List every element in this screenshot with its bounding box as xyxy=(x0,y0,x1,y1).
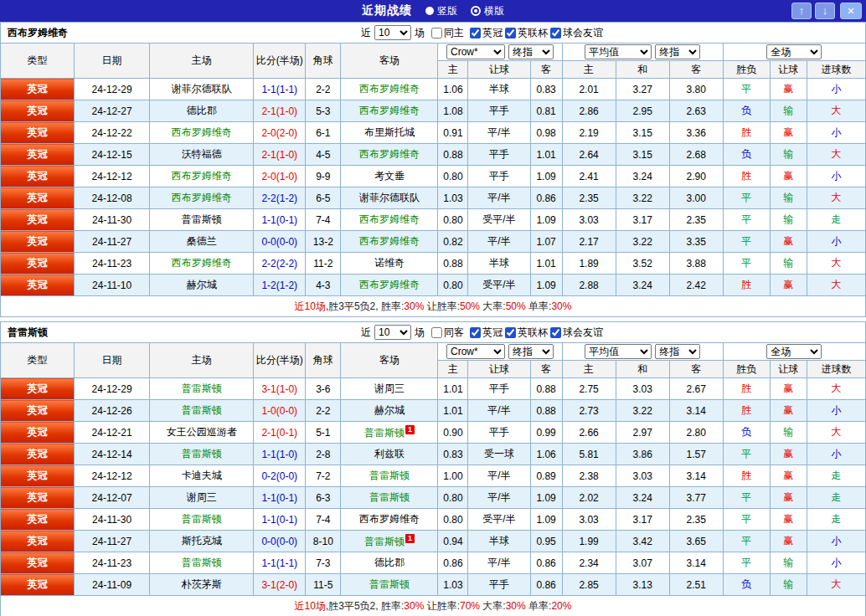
close-button[interactable]: × xyxy=(840,3,862,19)
league-badge: 英冠 xyxy=(1,509,75,531)
euro-stage-select[interactable]: 终指 xyxy=(655,344,700,359)
league-checkbox[interactable] xyxy=(550,327,561,338)
euro-away-odds: 2.51 xyxy=(669,574,723,596)
match-row: 英冠24-11-30普雷斯顿1-1(0-1)7-4西布罗姆维奇0.80受平/半1… xyxy=(1,209,866,231)
away-team: 普雷斯顿 xyxy=(341,487,438,509)
euro-home-odds: 3.03 xyxy=(562,209,616,231)
result-wdl: 负 xyxy=(723,422,770,444)
match-score: 2-1(1-0) xyxy=(254,100,306,122)
col-header-score: 比分(半场) xyxy=(254,343,306,378)
asian-handicap: 平/半 xyxy=(468,122,530,144)
league-filter[interactable]: 球会友谊 xyxy=(550,326,603,340)
corner-score: 7-2 xyxy=(306,465,341,487)
euro-home-odds: 1.89 xyxy=(562,253,616,275)
match-date: 24-11-23 xyxy=(75,253,150,275)
league-checkbox[interactable] xyxy=(550,28,561,38)
league-filter[interactable]: 英联杯 xyxy=(505,26,548,40)
asian-handicap: 平/半 xyxy=(468,187,530,209)
asian-away-odds: 1.09 xyxy=(530,209,562,231)
euro-away-odds: 3.77 xyxy=(669,487,723,509)
match-row: 英冠24-12-29谢菲尔德联队1-1(1-1)2-2西布罗姆维奇1.06半球0… xyxy=(1,79,866,100)
match-date: 24-12-29 xyxy=(75,79,150,100)
corner-score: 4-3 xyxy=(306,275,341,296)
asian-away-odds: 0.86 xyxy=(530,187,562,209)
league-filter[interactable]: 英联杯 xyxy=(505,326,548,340)
asian-home-odds: 1.01 xyxy=(438,400,468,422)
team-link: 西布罗姆维奇 xyxy=(172,192,232,203)
league-badge: 英冠 xyxy=(1,400,75,422)
match-date: 24-11-30 xyxy=(75,209,150,231)
team-link: 德比郡 xyxy=(187,105,217,116)
corner-score: 6-1 xyxy=(306,122,341,144)
asian-handicap: 平/半 xyxy=(468,552,530,574)
team-link: 考文垂 xyxy=(374,170,405,182)
layout-radio[interactable]: 横版 xyxy=(471,4,504,18)
match-count-select[interactable]: 10 xyxy=(374,25,411,40)
corner-score: 5-3 xyxy=(306,100,341,122)
match-date: 24-12-12 xyxy=(75,166,150,187)
league-badge: 英冠 xyxy=(1,552,75,574)
home-team: 卡迪夫城 xyxy=(150,465,254,487)
result-wdl: 胜 xyxy=(723,166,770,187)
home-team: 西布罗姆维奇 xyxy=(150,253,254,275)
bookmaker-select[interactable]: Crow* xyxy=(446,44,505,59)
home-team: 普雷斯顿 xyxy=(150,378,254,400)
corner-score: 5-1 xyxy=(306,422,341,444)
bookmaker-select[interactable]: Crow* xyxy=(446,344,505,359)
result-wdl: 平 xyxy=(723,231,770,253)
match-row: 英冠24-11-27斯托克城0-0(0-0)8-10普雷斯顿10.94半球0.9… xyxy=(1,531,866,552)
asian-home-odds: 0.88 xyxy=(438,253,468,275)
euro-draw-odds: 3.52 xyxy=(616,253,669,275)
match-row: 英冠24-12-14普雷斯顿1-1(1-0)2-8利兹联0.83受一球1.065… xyxy=(1,444,866,465)
scroll-down-button[interactable]: ↓ xyxy=(815,3,835,19)
euro-home-odds: 2.34 xyxy=(562,552,616,574)
match-date: 24-12-29 xyxy=(75,378,150,400)
euro-draw-odds: 3.22 xyxy=(616,187,669,209)
odds-stage-select[interactable]: 终指 xyxy=(508,344,554,359)
match-row: 英冠24-11-10赫尔城1-2(1-2)4-3西布罗姆维奇0.80受平/半1.… xyxy=(1,275,866,296)
scroll-up-button[interactable]: ↑ xyxy=(791,3,812,19)
league-filter[interactable]: 英冠 xyxy=(470,26,503,40)
match-row: 英冠24-12-12西布罗姆维奇2-0(1-0)9-9考文垂0.80平手1.09… xyxy=(1,166,866,187)
league-checkbox[interactable] xyxy=(505,28,516,38)
corner-score: 11-5 xyxy=(306,574,341,596)
away-team: 赫尔城 xyxy=(341,400,438,422)
same-venue-checkbox[interactable] xyxy=(431,28,442,38)
euro-home-odds: 2.73 xyxy=(562,400,616,422)
team-link: 普雷斯顿 xyxy=(182,404,222,416)
home-team: 普雷斯顿 xyxy=(150,444,254,465)
same-venue-filter[interactable]: 同客 xyxy=(431,326,464,340)
result-handicap: 输 xyxy=(770,187,807,209)
euro-home-odds: 2.01 xyxy=(562,79,616,100)
layout-radio[interactable]: 竖版 xyxy=(425,4,457,18)
same-venue-checkbox[interactable] xyxy=(431,327,442,338)
euro-draw-odds: 2.95 xyxy=(616,100,669,122)
result-handicap: 赢 xyxy=(770,378,807,400)
euro-odds-group: 平均值终指 xyxy=(562,44,723,61)
euro-avg-select[interactable]: 平均值 xyxy=(585,344,652,359)
league-checkbox[interactable] xyxy=(505,327,516,338)
match-row: 英冠24-11-30普雷斯顿1-1(0-1)7-4西布罗姆维奇0.80受平/半1… xyxy=(1,509,866,531)
scope-select[interactable]: 全场 xyxy=(766,344,822,359)
euro-avg-select[interactable]: 平均值 xyxy=(585,44,652,59)
col-header-euro-draw: 和 xyxy=(616,361,669,378)
corner-score: 6-5 xyxy=(306,187,341,209)
euro-home-odds: 2.35 xyxy=(562,187,616,209)
same-venue-filter[interactable]: 同主 xyxy=(431,26,464,40)
league-checkbox[interactable] xyxy=(470,327,481,338)
asian-odds-group: Crow*终指 xyxy=(438,343,562,361)
asian-away-odds: 1.01 xyxy=(530,144,562,166)
euro-stage-select[interactable]: 终指 xyxy=(655,44,700,59)
league-filter[interactable]: 球会友谊 xyxy=(550,26,603,40)
match-count-select[interactable]: 10 xyxy=(374,325,411,340)
league-filter[interactable]: 英冠 xyxy=(470,326,503,340)
league-checkbox[interactable] xyxy=(470,28,481,38)
asian-away-odds: 0.88 xyxy=(530,378,562,400)
odds-stage-select[interactable]: 终指 xyxy=(508,44,554,59)
home-team: 普雷斯顿 xyxy=(150,509,254,531)
scope-select[interactable]: 全场 xyxy=(766,44,822,59)
team-link: 西布罗姆维奇 xyxy=(359,105,420,116)
match-score: 0-0(0-0) xyxy=(254,231,306,253)
match-score: 2-1(1-0) xyxy=(254,144,306,166)
team-link: 西布罗姆维奇 xyxy=(359,83,420,95)
